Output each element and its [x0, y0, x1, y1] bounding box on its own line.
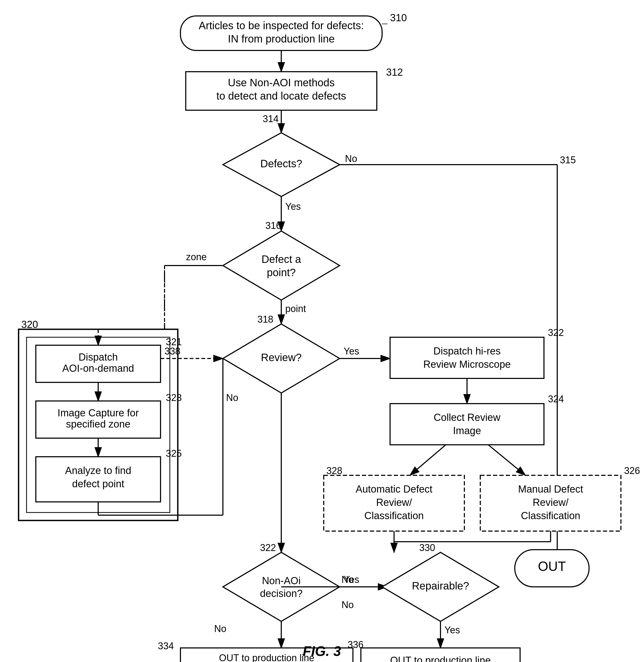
svg-text:328: 328	[326, 465, 342, 476]
svg-text:Collect Review: Collect Review	[434, 412, 501, 423]
svg-text:point: point	[285, 303, 306, 314]
svg-text:Review/: Review/	[533, 497, 569, 508]
svg-rect-41	[390, 404, 544, 445]
svg-text:Yes: Yes	[444, 624, 460, 636]
svg-text:Analyze to find: Analyze to find	[65, 465, 131, 476]
svg-text:320: 320	[21, 319, 38, 330]
svg-text:Review Microscope: Review Microscope	[423, 359, 510, 370]
svg-text:Review?: Review?	[261, 352, 301, 363]
svg-text:OUT to production line: OUT to production line	[390, 655, 491, 662]
svg-text:334: 334	[158, 640, 174, 652]
svg-text:325: 325	[166, 448, 182, 459]
svg-text:No: No	[342, 599, 354, 610]
svg-text:316: 316	[266, 220, 281, 231]
svg-text:to detect and locate defects: to detect and locate defects	[216, 90, 346, 102]
svg-text:AOI-on-demand: AOI-on-demand	[62, 363, 134, 374]
svg-text:324: 324	[548, 394, 564, 404]
svg-text:323: 323	[166, 392, 182, 403]
svg-text:specified zone: specified zone	[66, 419, 131, 429]
svg-text:Classification: Classification	[521, 510, 580, 521]
svg-text:Repairable?: Repairable?	[412, 580, 469, 592]
svg-text:No: No	[214, 623, 226, 634]
svg-text:322: 322	[548, 327, 564, 338]
svg-text:Automatic Defect: Automatic Defect	[355, 484, 433, 495]
svg-text:330: 330	[419, 542, 435, 553]
svg-text:IN from production line: IN from production line	[228, 33, 335, 45]
svg-text:338: 338	[164, 346, 180, 357]
svg-text:No: No	[226, 392, 238, 403]
svg-text:326: 326	[624, 465, 640, 476]
svg-text:Dispatch: Dispatch	[78, 352, 118, 363]
svg-text:Yes: Yes	[344, 346, 359, 357]
svg-text:Review/: Review/	[376, 497, 412, 508]
svg-text:Defects?: Defects?	[260, 158, 302, 170]
svg-text:Defect a: Defect a	[262, 253, 301, 265]
svg-text:OUT: OUT	[538, 559, 566, 574]
svg-text:FIG. 3: FIG. 3	[303, 643, 341, 659]
svg-text:decision?: decision?	[260, 588, 303, 599]
svg-text:point?: point?	[267, 267, 296, 278]
svg-text:314: 314	[263, 113, 279, 124]
svg-text:OUT to production line: OUT to production line	[219, 653, 315, 662]
svg-text:Dispatch hi-res: Dispatch hi-res	[433, 346, 501, 357]
diagram-container: Articles to be inspected for defects: IN…	[0, 0, 644, 662]
svg-text:No: No	[342, 574, 354, 585]
svg-text:Image Capture for: Image Capture for	[58, 407, 139, 419]
svg-text:No: No	[345, 153, 357, 164]
svg-rect-36	[390, 337, 544, 378]
svg-text:310: 310	[390, 12, 407, 23]
svg-text:zone: zone	[186, 251, 207, 262]
svg-text:Use Non-AOI methods: Use Non-AOI methods	[228, 77, 335, 88]
svg-text:315: 315	[560, 155, 576, 166]
svg-text:318: 318	[257, 314, 273, 325]
svg-text:Image: Image	[453, 425, 481, 436]
svg-text:312: 312	[386, 67, 403, 78]
svg-text:Classification: Classification	[364, 510, 424, 521]
svg-text:Manual Defect: Manual Defect	[518, 484, 583, 495]
svg-text:defect point: defect point	[72, 478, 124, 489]
svg-text:Yes: Yes	[285, 201, 301, 212]
svg-text:Articles to be inspected for d: Articles to be inspected for defects:	[199, 20, 364, 31]
svg-text:322: 322	[260, 542, 276, 553]
svg-text:Non-AOi: Non-AOi	[262, 575, 301, 586]
